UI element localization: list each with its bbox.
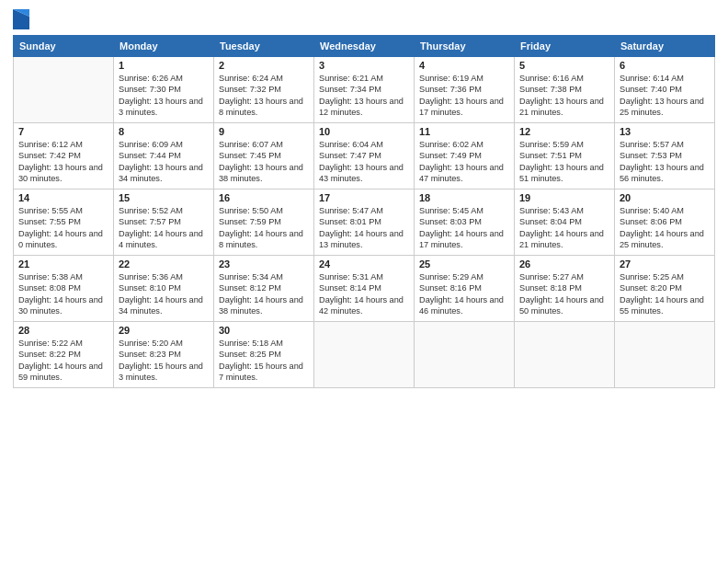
day-number: 25: [419, 259, 509, 270]
day-info: Sunrise: 6:02 AMSunset: 7:49 PMDaylight:…: [419, 139, 509, 185]
calendar-cell: 30Sunrise: 5:18 AMSunset: 8:25 PMDayligh…: [214, 322, 314, 388]
day-info: Sunrise: 5:45 AMSunset: 8:03 PMDaylight:…: [419, 205, 509, 251]
day-info: Sunrise: 5:34 AMSunset: 8:12 PMDaylight:…: [219, 271, 309, 317]
day-number: 27: [620, 259, 710, 270]
day-number: 8: [119, 126, 209, 137]
calendar-cell: [415, 322, 515, 388]
calendar-cell: 6Sunrise: 6:14 AMSunset: 7:40 PMDaylight…: [615, 57, 715, 123]
day-number: 24: [319, 259, 409, 270]
calendar-cell: [615, 322, 715, 388]
calendar-cell: 2Sunrise: 6:24 AMSunset: 7:32 PMDaylight…: [214, 57, 314, 123]
day-info: Sunrise: 6:19 AMSunset: 7:36 PMDaylight:…: [419, 73, 509, 119]
calendar-cell: 14Sunrise: 5:55 AMSunset: 7:55 PMDayligh…: [14, 190, 114, 256]
day-number: 15: [119, 192, 209, 203]
day-info: Sunrise: 5:47 AMSunset: 8:01 PMDaylight:…: [319, 205, 409, 251]
day-number: 14: [18, 192, 108, 203]
day-info: Sunrise: 5:59 AMSunset: 7:51 PMDaylight:…: [519, 139, 609, 185]
day-info: Sunrise: 5:31 AMSunset: 8:14 PMDaylight:…: [319, 271, 409, 317]
day-number: 29: [119, 325, 209, 336]
day-info: Sunrise: 5:27 AMSunset: 8:18 PMDaylight:…: [519, 271, 609, 317]
weekday-header-monday: Monday: [114, 36, 214, 57]
header: [13, 9, 715, 29]
calendar-cell: 23Sunrise: 5:34 AMSunset: 8:12 PMDayligh…: [214, 256, 314, 322]
day-info: Sunrise: 5:36 AMSunset: 8:10 PMDaylight:…: [119, 271, 209, 317]
day-info: Sunrise: 5:25 AMSunset: 8:20 PMDaylight:…: [620, 271, 710, 317]
week-row-4: 28Sunrise: 5:22 AMSunset: 8:22 PMDayligh…: [14, 322, 715, 388]
day-number: 4: [419, 60, 509, 71]
calendar-cell: 11Sunrise: 6:02 AMSunset: 7:49 PMDayligh…: [415, 123, 515, 190]
day-number: 9: [219, 126, 309, 137]
calendar-cell: 20Sunrise: 5:40 AMSunset: 8:06 PMDayligh…: [615, 190, 715, 256]
day-number: 21: [18, 259, 108, 270]
weekday-header-thursday: Thursday: [415, 36, 515, 57]
day-info: Sunrise: 5:18 AMSunset: 8:25 PMDaylight:…: [219, 338, 309, 384]
calendar-cell: 18Sunrise: 5:45 AMSunset: 8:03 PMDayligh…: [415, 190, 515, 256]
week-row-0: 1Sunrise: 6:26 AMSunset: 7:30 PMDaylight…: [14, 57, 715, 123]
logo-icon: [13, 9, 29, 29]
calendar-cell: 12Sunrise: 5:59 AMSunset: 7:51 PMDayligh…: [515, 123, 615, 190]
day-info: Sunrise: 6:16 AMSunset: 7:38 PMDaylight:…: [519, 73, 609, 119]
calendar-cell: 9Sunrise: 6:07 AMSunset: 7:45 PMDaylight…: [214, 123, 314, 190]
day-number: 30: [219, 325, 309, 336]
weekday-header-wednesday: Wednesday: [314, 36, 415, 57]
day-number: 2: [219, 60, 309, 71]
day-number: 20: [620, 192, 710, 203]
day-info: Sunrise: 5:29 AMSunset: 8:16 PMDaylight:…: [419, 271, 509, 317]
weekday-header-sunday: Sunday: [14, 36, 114, 57]
calendar-cell: 29Sunrise: 5:20 AMSunset: 8:23 PMDayligh…: [114, 322, 214, 388]
day-info: Sunrise: 5:57 AMSunset: 7:53 PMDaylight:…: [620, 139, 710, 185]
calendar-cell: 25Sunrise: 5:29 AMSunset: 8:16 PMDayligh…: [415, 256, 515, 322]
day-info: Sunrise: 5:40 AMSunset: 8:06 PMDaylight:…: [620, 205, 710, 251]
calendar-cell: 17Sunrise: 5:47 AMSunset: 8:01 PMDayligh…: [314, 190, 415, 256]
day-info: Sunrise: 6:14 AMSunset: 7:40 PMDaylight:…: [620, 73, 710, 119]
calendar-cell: 22Sunrise: 5:36 AMSunset: 8:10 PMDayligh…: [114, 256, 214, 322]
weekday-header-row: SundayMondayTuesdayWednesdayThursdayFrid…: [14, 36, 715, 57]
day-number: 16: [219, 192, 309, 203]
calendar-cell: 8Sunrise: 6:09 AMSunset: 7:44 PMDaylight…: [114, 123, 214, 190]
day-number: 3: [319, 60, 409, 71]
day-number: 17: [319, 192, 409, 203]
weekday-header-friday: Friday: [515, 36, 615, 57]
calendar-cell: 28Sunrise: 5:22 AMSunset: 8:22 PMDayligh…: [14, 322, 114, 388]
week-row-3: 21Sunrise: 5:38 AMSunset: 8:08 PMDayligh…: [14, 256, 715, 322]
day-number: 26: [519, 259, 609, 270]
calendar-cell: [314, 322, 415, 388]
calendar-cell: 5Sunrise: 6:16 AMSunset: 7:38 PMDaylight…: [515, 57, 615, 123]
day-info: Sunrise: 5:52 AMSunset: 7:57 PMDaylight:…: [119, 205, 209, 251]
day-number: 19: [519, 192, 609, 203]
calendar-cell: 26Sunrise: 5:27 AMSunset: 8:18 PMDayligh…: [515, 256, 615, 322]
day-info: Sunrise: 6:09 AMSunset: 7:44 PMDaylight:…: [119, 139, 209, 185]
day-info: Sunrise: 5:43 AMSunset: 8:04 PMDaylight:…: [519, 205, 609, 251]
calendar-cell: 19Sunrise: 5:43 AMSunset: 8:04 PMDayligh…: [515, 190, 615, 256]
weekday-header-tuesday: Tuesday: [214, 36, 314, 57]
page: SundayMondayTuesdayWednesdayThursdayFrid…: [0, 0, 728, 563]
day-info: Sunrise: 5:22 AMSunset: 8:22 PMDaylight:…: [18, 338, 108, 384]
logo: [13, 9, 33, 29]
day-info: Sunrise: 5:55 AMSunset: 7:55 PMDaylight:…: [18, 205, 108, 251]
week-row-1: 7Sunrise: 6:12 AMSunset: 7:42 PMDaylight…: [14, 123, 715, 190]
calendar-cell: 4Sunrise: 6:19 AMSunset: 7:36 PMDaylight…: [415, 57, 515, 123]
day-number: 18: [419, 192, 509, 203]
day-number: 22: [119, 259, 209, 270]
day-number: 11: [419, 126, 509, 137]
calendar-cell: 7Sunrise: 6:12 AMSunset: 7:42 PMDaylight…: [14, 123, 114, 190]
weekday-header-saturday: Saturday: [615, 36, 715, 57]
calendar-cell: [14, 57, 114, 123]
day-info: Sunrise: 5:20 AMSunset: 8:23 PMDaylight:…: [119, 338, 209, 384]
day-number: 13: [620, 126, 710, 137]
calendar-cell: 1Sunrise: 6:26 AMSunset: 7:30 PMDaylight…: [114, 57, 214, 123]
day-info: Sunrise: 6:26 AMSunset: 7:30 PMDaylight:…: [119, 73, 209, 119]
calendar-cell: 15Sunrise: 5:52 AMSunset: 7:57 PMDayligh…: [114, 190, 214, 256]
day-info: Sunrise: 5:38 AMSunset: 8:08 PMDaylight:…: [18, 271, 108, 317]
calendar-cell: 16Sunrise: 5:50 AMSunset: 7:59 PMDayligh…: [214, 190, 314, 256]
day-info: Sunrise: 6:24 AMSunset: 7:32 PMDaylight:…: [219, 73, 309, 119]
day-info: Sunrise: 6:04 AMSunset: 7:47 PMDaylight:…: [319, 139, 409, 185]
day-number: 12: [519, 126, 609, 137]
day-info: Sunrise: 6:12 AMSunset: 7:42 PMDaylight:…: [18, 139, 108, 185]
calendar: SundayMondayTuesdayWednesdayThursdayFrid…: [13, 35, 715, 388]
day-info: Sunrise: 6:21 AMSunset: 7:34 PMDaylight:…: [319, 73, 409, 119]
calendar-cell: 3Sunrise: 6:21 AMSunset: 7:34 PMDaylight…: [314, 57, 415, 123]
day-number: 28: [18, 325, 108, 336]
calendar-cell: 13Sunrise: 5:57 AMSunset: 7:53 PMDayligh…: [615, 123, 715, 190]
calendar-cell: 10Sunrise: 6:04 AMSunset: 7:47 PMDayligh…: [314, 123, 415, 190]
